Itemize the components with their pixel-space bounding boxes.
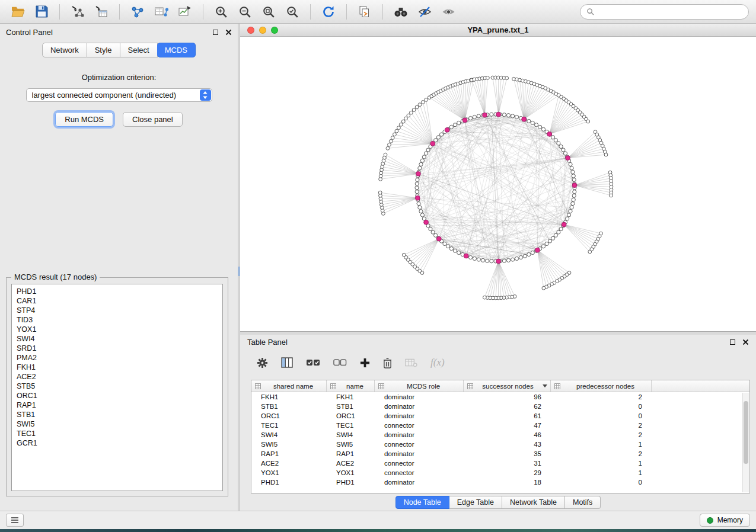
mcds-result-item[interactable]: TID3 xyxy=(17,315,222,325)
table-cell: YOX1 xyxy=(251,469,327,476)
network-from-table-icon xyxy=(155,6,168,18)
float-window-icon[interactable] xyxy=(213,30,218,35)
tab-mcds[interactable]: MCDS xyxy=(157,43,196,57)
table-cell: connector xyxy=(375,460,464,467)
mcds-result-item[interactable]: GCR1 xyxy=(17,438,222,448)
table-row[interactable]: ACE2ACE2connector311 xyxy=(251,459,749,468)
tab-style[interactable]: Style xyxy=(87,43,120,57)
new-network-button[interactable] xyxy=(127,2,148,21)
tab-edge-table[interactable]: Edge Table xyxy=(449,496,502,509)
mcds-result-item[interactable]: ORC1 xyxy=(17,391,222,400)
control-panel-title: Control Panel xyxy=(6,28,53,37)
mcds-result-item[interactable]: ACE2 xyxy=(17,372,222,382)
save-session-button[interactable] xyxy=(31,2,52,21)
mcds-result-list[interactable]: PHD1CAR1STP4TID3YOX1SWI4SRD1PMA2FKH1ACE2… xyxy=(11,284,223,491)
close-panel-button[interactable]: Close panel xyxy=(123,112,183,127)
table-disabled-icon xyxy=(405,358,417,367)
tab-network-table[interactable]: Network Table xyxy=(502,496,565,509)
table-cell: 2 xyxy=(551,431,652,438)
table-cell: 1 xyxy=(551,469,652,476)
zoom-in-button[interactable] xyxy=(210,2,232,21)
close-panel-icon[interactable] xyxy=(742,339,749,345)
table-toolbar: f(x) xyxy=(240,349,756,376)
maximize-window-icon[interactable] xyxy=(271,27,278,34)
mcds-result-item[interactable]: TEC1 xyxy=(17,429,222,438)
search-input[interactable] xyxy=(598,8,742,16)
mcds-result-item[interactable]: SRD1 xyxy=(17,344,222,353)
column-grid-icon xyxy=(330,383,336,389)
mcds-result-item[interactable]: STB5 xyxy=(17,382,222,391)
run-mcds-button[interactable]: Run MCDS xyxy=(55,112,113,127)
chevron-down-icon[interactable] xyxy=(543,384,547,387)
find-network-button[interactable] xyxy=(390,2,412,21)
mcds-result-item[interactable]: STP4 xyxy=(17,306,222,315)
mcds-result-item[interactable]: SWI5 xyxy=(17,419,222,429)
mcds-result-item[interactable]: FKH1 xyxy=(17,363,222,372)
hide-details-button[interactable] xyxy=(414,2,435,21)
network-titlebar[interactable]: YPA_prune.txt_1 xyxy=(240,24,756,37)
copy-network-button[interactable] xyxy=(354,2,375,21)
table-row[interactable]: TEC1TEC1connector472 xyxy=(251,421,749,430)
float-window-icon[interactable] xyxy=(730,339,735,345)
column-header-successor-nodes[interactable]: successor nodes xyxy=(464,380,551,392)
network-graph[interactable] xyxy=(240,37,756,332)
table-cell: 29 xyxy=(464,469,551,476)
table-row[interactable]: PHD1PHD1dominator180 xyxy=(251,477,749,487)
mcds-result-item[interactable]: YOX1 xyxy=(17,325,222,334)
table-row[interactable]: SWI4SWI4dominator462 xyxy=(251,430,749,440)
column-header-mcds-role[interactable]: MCDS role xyxy=(375,380,464,392)
mcds-result-item[interactable]: PHD1 xyxy=(17,287,222,296)
network-chart-button[interactable] xyxy=(174,2,196,21)
table-row[interactable]: YOX1YOX1connector291 xyxy=(251,468,749,477)
select-all-rows-button[interactable] xyxy=(306,359,320,367)
tab-network[interactable]: Network xyxy=(42,43,87,57)
mcds-result-item[interactable]: STB1 xyxy=(17,410,222,419)
column-label: predecessor nodes xyxy=(563,383,648,390)
tab-motifs[interactable]: Motifs xyxy=(565,496,601,509)
network-from-table-button[interactable] xyxy=(151,2,172,21)
delete-row-button[interactable] xyxy=(383,357,392,368)
mcds-result-item[interactable]: SWI4 xyxy=(17,334,222,344)
deselect-all-checkboxes-icon xyxy=(333,359,347,366)
table-row[interactable]: STB1STB1dominator620 xyxy=(251,402,749,411)
table-scrollbar[interactable] xyxy=(742,393,749,492)
tab-node-table[interactable]: Node Table xyxy=(395,496,449,509)
add-row-button[interactable] xyxy=(360,358,370,368)
memory-button[interactable]: Memory xyxy=(700,514,750,527)
table-cell: PHD1 xyxy=(251,479,327,486)
network-canvas[interactable] xyxy=(240,37,756,332)
table-row[interactable]: SWI5SWI5connector431 xyxy=(251,440,749,449)
zoom-selected-button[interactable] xyxy=(282,2,303,21)
mcds-result-item[interactable]: RAP1 xyxy=(17,400,222,410)
table-settings-button[interactable] xyxy=(257,357,268,368)
tab-select[interactable]: Select xyxy=(120,43,158,57)
close-window-icon[interactable] xyxy=(247,27,254,34)
column-selector-button[interactable] xyxy=(281,357,293,368)
deselect-all-rows-button[interactable] xyxy=(333,359,347,366)
mcds-buttons-row: Run MCDS Close panel xyxy=(0,112,238,127)
refresh-view-button[interactable] xyxy=(318,2,339,21)
scrollbar-thumb[interactable] xyxy=(744,401,748,464)
column-header-shared-name[interactable]: shared name xyxy=(251,380,327,392)
table-cell: SWI5 xyxy=(251,441,327,448)
close-panel-icon[interactable] xyxy=(225,29,232,36)
import-network-button[interactable] xyxy=(67,2,88,21)
status-menu-button[interactable] xyxy=(6,514,24,527)
mcds-result-item[interactable]: PMA2 xyxy=(17,353,222,363)
show-details-button[interactable] xyxy=(438,2,459,21)
import-table-button[interactable] xyxy=(91,2,112,21)
open-session-button[interactable] xyxy=(7,2,28,21)
optimization-criterion-select[interactable]: largest connected component (undirected) xyxy=(26,88,212,102)
column-header-predecessor-nodes[interactable]: predecessor nodes xyxy=(551,380,652,392)
minimize-window-icon[interactable] xyxy=(259,27,266,34)
table-row[interactable]: RAP1RAP1dominator352 xyxy=(251,449,749,459)
zoom-fit-button[interactable] xyxy=(258,2,279,21)
search-box[interactable] xyxy=(580,4,749,20)
table-row[interactable]: FKH1FKH1dominator962 xyxy=(251,392,749,402)
zoom-out-button[interactable] xyxy=(234,2,256,21)
column-header-name[interactable]: name xyxy=(327,380,375,392)
table-row[interactable]: ORC1ORC1dominator610 xyxy=(251,411,749,421)
column-grid-icon xyxy=(554,383,560,389)
column-label: MCDS role xyxy=(387,383,460,390)
mcds-result-item[interactable]: CAR1 xyxy=(17,296,222,306)
